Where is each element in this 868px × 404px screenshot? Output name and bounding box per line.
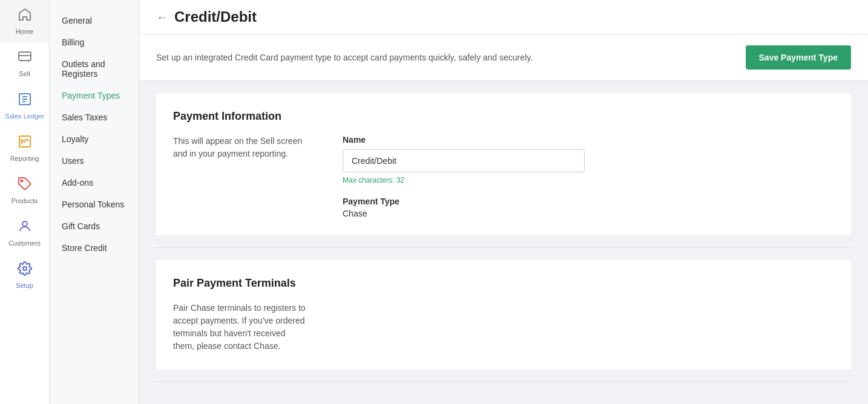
- nav-setup[interactable]: Setup: [0, 254, 49, 296]
- pair-terminals-title: Pair Payment Terminals: [173, 277, 834, 290]
- pair-terminals-description: Pair Chase terminals to registers to acc…: [173, 302, 306, 353]
- nav-setup-label: Setup: [16, 282, 33, 289]
- nav-products-label: Products: [12, 197, 38, 204]
- text-nav-gift-cards[interactable]: Gift Cards: [50, 215, 139, 237]
- text-nav-payment-types[interactable]: Payment Types: [50, 85, 139, 106]
- nav-sell-label: Sell: [19, 70, 30, 77]
- text-nav-loyalty[interactable]: Loyalty: [50, 128, 139, 150]
- nav-reporting[interactable]: Reporting: [0, 127, 49, 169]
- section-divider: [156, 247, 851, 248]
- nav-sell[interactable]: Sell: [0, 42, 49, 85]
- nav-customers-label: Customers: [8, 239, 41, 247]
- reporting-icon: [18, 134, 32, 152]
- payment-info-title: Payment Information: [173, 110, 834, 123]
- payment-information-section: Payment Information This will appear on …: [156, 93, 851, 235]
- sales-ledger-icon: [18, 92, 32, 110]
- text-nav: General Billing Outlets and Registers Pa…: [50, 0, 139, 404]
- text-nav-store-credit[interactable]: Store Credit: [50, 237, 139, 259]
- customers-icon: [18, 219, 32, 237]
- text-nav-general[interactable]: General: [50, 10, 139, 31]
- svg-point-3: [21, 180, 22, 182]
- content-area: Payment Information This will appear on …: [139, 93, 868, 382]
- name-input[interactable]: [343, 149, 585, 172]
- text-nav-outlets-registers[interactable]: Outlets and Registers: [50, 53, 139, 85]
- text-nav-billing[interactable]: Billing: [50, 31, 139, 53]
- nav-sales-ledger-label: Sales Ledger: [5, 112, 44, 120]
- text-nav-users[interactable]: Users: [50, 150, 139, 172]
- payment-type-value: Chase: [343, 209, 834, 218]
- nav-home[interactable]: Home: [0, 0, 49, 42]
- pair-terminals-section: Pair Payment Terminals Pair Chase termin…: [156, 260, 851, 370]
- page-title: Credit/Debit: [174, 8, 257, 25]
- max-chars-hint: Max characters: 32: [343, 176, 834, 184]
- setup-icon: [18, 261, 32, 279]
- svg-point-4: [22, 221, 27, 226]
- back-button[interactable]: ←: [156, 10, 168, 24]
- nav-sales-ledger[interactable]: Sales Ledger: [0, 85, 49, 127]
- save-payment-type-button[interactable]: Save Payment Type: [746, 45, 851, 70]
- svg-point-5: [23, 267, 27, 270]
- icon-nav: Home Sell Sales Ledger Reporting: [0, 0, 50, 404]
- products-icon: [18, 177, 32, 195]
- text-nav-personal-tokens[interactable]: Personal Tokens: [50, 194, 139, 215]
- nav-reporting-label: Reporting: [10, 155, 39, 162]
- text-nav-sales-taxes[interactable]: Sales Taxes: [50, 106, 139, 128]
- main-content: ← Credit/Debit Set up an integrated Cred…: [139, 0, 868, 404]
- page-header: ← Credit/Debit: [139, 0, 868, 34]
- nav-home-label: Home: [16, 28, 33, 35]
- text-nav-add-ons[interactable]: Add-ons: [50, 172, 139, 194]
- section-divider-2: [156, 382, 851, 382]
- banner: Set up an integrated Credit Card payment…: [139, 34, 868, 81]
- payment-info-fields: Name Max characters: 32 Payment Type Cha…: [343, 135, 834, 218]
- payment-info-description: This will appear on the Sell screen and …: [173, 135, 306, 218]
- banner-text: Set up an integrated Credit Card payment…: [156, 53, 533, 62]
- nav-products[interactable]: Products: [0, 169, 49, 212]
- home-icon: [18, 7, 32, 25]
- sell-icon: [18, 50, 32, 68]
- payment-type-label: Payment Type: [343, 197, 834, 206]
- nav-customers[interactable]: Customers: [0, 212, 49, 254]
- name-label: Name: [343, 135, 834, 145]
